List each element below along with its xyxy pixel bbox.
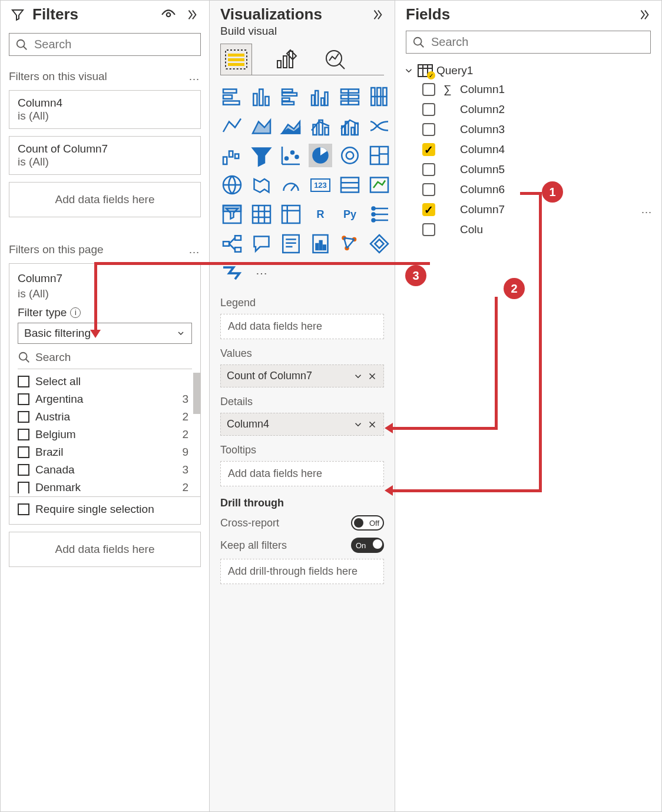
visual-filters-menu-icon[interactable]: …: [188, 70, 201, 83]
viz-gauge-icon[interactable]: [279, 173, 303, 197]
visual-filter-card[interactable]: Column4 is (All): [9, 90, 201, 129]
viz-stacked-area-icon[interactable]: [279, 114, 303, 138]
field-checkbox[interactable]: ✓: [422, 203, 435, 216]
field-checkbox[interactable]: ✓: [422, 143, 435, 156]
filter-value-option[interactable]: Belgium2: [9, 426, 200, 443]
filter-values-search[interactable]: Search: [18, 349, 192, 369]
viz-kpi-icon[interactable]: [368, 173, 391, 197]
viz-line-clustered-column-icon[interactable]: [338, 114, 362, 138]
tooltips-well[interactable]: Add data fields here: [220, 461, 384, 486]
filter-value-option[interactable]: Canada3: [9, 461, 200, 479]
field-menu-icon[interactable]: …: [641, 203, 653, 216]
field-item[interactable]: Column2: [403, 100, 656, 120]
chevron-down-icon[interactable]: [353, 371, 363, 382]
chevron-down-icon[interactable]: [353, 419, 363, 430]
viz-paginated-icon[interactable]: [309, 232, 332, 256]
viz-powerautomate-icon[interactable]: [220, 261, 244, 285]
page-filter-card[interactable]: Column7 is (All) Filter type i Basic fil…: [9, 263, 201, 525]
filter-value-option[interactable]: Argentina3: [9, 390, 200, 408]
format-tab[interactable]: [270, 44, 302, 75]
values-pill[interactable]: Count of Column7: [220, 364, 384, 387]
viz-waterfall-icon[interactable]: [220, 144, 244, 167]
collapse-icon[interactable]: [635, 6, 653, 24]
build-tab[interactable]: [220, 44, 252, 75]
fields-search[interactable]: [406, 31, 651, 54]
field-checkbox[interactable]: [422, 223, 435, 236]
viz-r-icon[interactable]: R: [309, 203, 332, 226]
field-checkbox[interactable]: [422, 183, 435, 196]
viz-100-stacked-bar-icon[interactable]: [338, 85, 362, 108]
field-checkbox[interactable]: [422, 83, 435, 96]
visual-filter-card[interactable]: Count of Column7 is (All): [9, 136, 201, 175]
field-item[interactable]: ✓ Column7 …: [403, 200, 656, 220]
collapse-icon[interactable]: [183, 6, 201, 24]
info-icon[interactable]: i: [70, 307, 81, 318]
viz-qa-icon[interactable]: [250, 232, 273, 256]
viz-100-stacked-column-icon[interactable]: [368, 85, 391, 108]
viz-pie-icon[interactable]: [309, 144, 332, 167]
field-checkbox[interactable]: [422, 163, 435, 176]
filters-search[interactable]: [9, 33, 201, 56]
viz-donut-icon[interactable]: [338, 144, 362, 167]
page-filter-dropzone[interactable]: Add data fields here: [9, 532, 201, 567]
details-pill[interactable]: Column4: [220, 413, 384, 436]
eye-icon[interactable]: [160, 6, 177, 24]
viz-smart-narrative-icon[interactable]: [279, 232, 303, 256]
viz-table-icon[interactable]: [250, 203, 273, 226]
cross-report-toggle[interactable]: Off: [351, 515, 384, 531]
viz-clustered-column-icon[interactable]: [309, 85, 332, 108]
viz-card-icon[interactable]: 123: [309, 173, 332, 197]
viz-line-icon[interactable]: [220, 114, 244, 138]
filter-value-option[interactable]: Brazil9: [9, 443, 200, 461]
field-checkbox[interactable]: [422, 103, 435, 116]
fields-search-input[interactable]: [430, 35, 644, 49]
viz-filled-map-icon[interactable]: [250, 173, 273, 197]
field-item[interactable]: Column6: [403, 180, 656, 200]
field-item[interactable]: ✓ Column4: [403, 140, 656, 160]
viz-ribbon-icon[interactable]: [368, 114, 391, 138]
filters-search-input[interactable]: [33, 37, 194, 52]
filter-type-select[interactable]: Basic filtering: [18, 323, 192, 344]
viz-multirow-card-icon[interactable]: [338, 173, 362, 197]
field-item[interactable]: Column3: [403, 120, 656, 140]
filter-value-option[interactable]: Austria2: [9, 408, 200, 426]
analytics-tab[interactable]: [319, 44, 351, 75]
viz-area-icon[interactable]: [250, 114, 273, 138]
remove-icon[interactable]: [367, 419, 378, 430]
viz-map-icon[interactable]: [220, 173, 244, 197]
viz-decomposition-icon[interactable]: [220, 232, 244, 256]
field-item[interactable]: Column5: [403, 160, 656, 180]
viz-slicer-icon[interactable]: [220, 203, 244, 226]
viz-stacked-column-icon[interactable]: [250, 85, 273, 108]
collapse-icon[interactable]: [369, 6, 386, 24]
viz-treemap-icon[interactable]: [368, 144, 391, 167]
visual-filter-dropzone[interactable]: Add data fields here: [9, 182, 201, 217]
viz-python-icon[interactable]: Py: [338, 203, 362, 226]
field-item[interactable]: Colu: [403, 220, 656, 240]
remove-icon[interactable]: [367, 371, 378, 382]
viz-funnel-icon[interactable]: [250, 144, 273, 167]
viz-more-icon[interactable]: ⋯: [250, 261, 273, 285]
svg-line-104: [421, 44, 424, 47]
drill-through-well[interactable]: Add drill-through fields here: [220, 559, 384, 584]
filter-value-option[interactable]: Select all: [9, 373, 200, 390]
keep-all-filters-toggle[interactable]: On: [351, 538, 384, 553]
table-node[interactable]: ✓ Query1: [403, 62, 656, 79]
viz-powerapps-icon[interactable]: [368, 232, 391, 256]
field-checkbox[interactable]: [422, 123, 435, 136]
viz-clustered-bar-icon[interactable]: [279, 85, 303, 108]
page-filters-menu-icon[interactable]: …: [188, 243, 201, 256]
viz-scatter-icon[interactable]: [279, 144, 303, 167]
viz-stacked-bar-icon[interactable]: [220, 85, 244, 108]
legend-well[interactable]: Add data fields here: [220, 314, 384, 339]
svg-rect-42: [355, 123, 358, 135]
viz-matrix-icon[interactable]: [279, 203, 303, 226]
filter-value-option[interactable]: Denmark2: [9, 479, 200, 496]
viz-line-stacked-column-icon[interactable]: [309, 114, 332, 138]
field-item[interactable]: ∑ Column1: [403, 79, 656, 100]
scrollbar-thumb[interactable]: [193, 373, 200, 414]
search-icon: [412, 36, 425, 49]
require-single-checkbox[interactable]: [18, 503, 29, 515]
viz-key-influencers-icon[interactable]: [368, 203, 391, 226]
viz-appsource-icon[interactable]: [338, 232, 362, 256]
